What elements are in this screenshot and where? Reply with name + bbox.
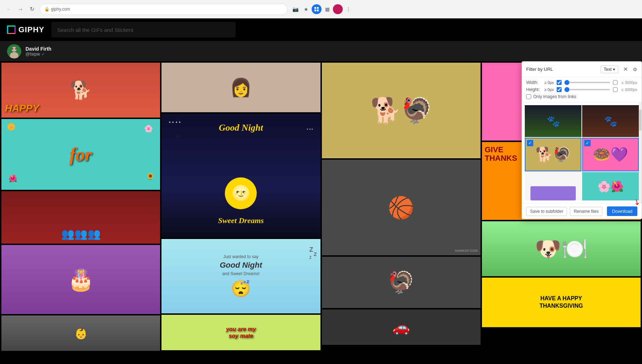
happy-text-overlay: HAPPY <box>5 103 39 114</box>
thumbnail-item-5[interactable] <box>525 172 581 200</box>
address-bar[interactable]: 🔒 giphy.com <box>40 4 288 15</box>
filter-controls: Width: ≥ 0px ≤ 3000px Height: ≥ 0px ≤ 30… <box>522 77 642 102</box>
extension-popup: Filter by URL Text ▾ ✕ ⚙ Width: ≥ 0px ≤ … <box>522 61 642 219</box>
browser-toolbar: 📷 ★ ▦ ⋮ <box>290 4 353 14</box>
david-firth-info: David Firth @fatpie ✓ <box>25 46 51 57</box>
gif-snoopy[interactable]: 🐶🍽️ <box>482 221 641 276</box>
popup-settings-button[interactable]: ⚙ <box>633 67 637 72</box>
svg-point-8 <box>15 48 17 50</box>
gif-you-soy[interactable]: you are mysoy mate <box>161 315 320 350</box>
gif-car[interactable]: 🚗 <box>322 309 481 345</box>
height-max-checkbox[interactable] <box>613 87 618 92</box>
thumbnail-item-2[interactable]: 🐾 <box>582 105 639 137</box>
thanksgiving-text: HAVE A HAPPYTHANKSGIVING <box>540 295 583 310</box>
sweet-dreams-text: Sweet Dreams <box>161 216 320 225</box>
svg-rect-3 <box>317 10 319 11</box>
width-max-checkbox[interactable] <box>613 80 618 85</box>
gif-turkey-roast[interactable]: 🦃 <box>322 257 481 308</box>
flower-decoration-1: 🌼 <box>7 123 16 131</box>
bookmark-button[interactable]: ★ <box>301 4 311 14</box>
menu-button[interactable]: ⋮ <box>343 4 353 14</box>
david-firth-avatar <box>7 44 21 58</box>
good-night-text: Good Night <box>161 123 320 133</box>
svg-rect-1 <box>317 7 319 9</box>
gif-happy-dog[interactable]: 🐕 HAPPY <box>1 63 160 118</box>
thumb-4-checkbox-icon: ✓ <box>584 140 591 146</box>
popup-title-text: Filter by URL <box>526 67 598 72</box>
gif-turkey-hat[interactable]: 🐕🦃 <box>322 63 481 158</box>
search-input[interactable] <box>51 22 235 38</box>
gif-fans[interactable]: 👥👥👥 <box>1 191 160 244</box>
screenshot-button[interactable]: 📷 <box>290 4 300 14</box>
gif-sleeping[interactable]: Just wanted to say Good Night and Sweet … <box>161 239 320 313</box>
flower-decoration-2: 🌸 <box>144 124 153 133</box>
only-images-label: Only images from links <box>533 94 576 99</box>
download-button[interactable]: Download <box>607 206 637 216</box>
rename-files-button[interactable]: Rename files <box>570 207 602 216</box>
height-min-value: ≥ 0px <box>544 87 554 92</box>
giphy-header: GIPHY <box>0 18 642 41</box>
david-firth-banner: David Firth @fatpie ✓ <box>0 41 642 61</box>
svg-rect-2 <box>314 10 316 11</box>
gif-woman[interactable]: 👩 <box>161 63 320 112</box>
david-firth-name: David Firth <box>25 46 51 52</box>
popup-scrollbar[interactable] <box>639 102 642 203</box>
thumb-3-checkbox-icon: ✓ <box>527 140 533 146</box>
browser-chrome: ← → ↻ 🔒 giphy.com 📷 ★ ▦ ⋮ <box>0 0 642 18</box>
filter-type-dropdown[interactable]: Text ▾ <box>601 66 618 73</box>
gif-hustle-player[interactable]: 🏀 HAWKSIT.COM <box>322 160 481 255</box>
gif-column-2: 👩 ✦ ✦ ✦ ✦ ✦ ✦ ✦ · · · · Good Night � <box>161 63 320 363</box>
popup-header: Filter by URL Text ▾ ✕ ⚙ <box>522 62 642 77</box>
extension-button[interactable] <box>312 4 322 14</box>
filter-type-value: Text <box>604 67 612 72</box>
gif-thanksgiving[interactable]: HAVE A HAPPYTHANKSGIVING <box>482 278 641 327</box>
you-soy-text: you are mysoy mate <box>226 326 256 339</box>
height-label: Height: <box>526 87 541 92</box>
flower-decoration-4: 🌻 <box>146 172 155 181</box>
gif-for-flowers[interactable]: for 🌼 🌸 🌺 🌻 <box>1 119 160 190</box>
url-text: giphy.com <box>51 7 70 12</box>
height-slider[interactable] <box>564 89 610 90</box>
height-min-checkbox[interactable] <box>557 87 561 92</box>
width-slider[interactable] <box>564 82 610 83</box>
thumbnail-item-1[interactable]: 🐾 <box>525 105 581 137</box>
main-content: 🐕 HAPPY for 🌼 🌸 🌺 🌻 <box>0 61 642 364</box>
popup-close-button[interactable]: ✕ <box>621 65 630 73</box>
gif-baby[interactable]: 👶 <box>1 315 160 351</box>
popup-actions: Save to subfolder Rename files Download <box>522 203 642 219</box>
thumbnail-item-3[interactable]: ✓ 🐕🦃 <box>525 138 581 171</box>
thumbnail-item-6[interactable]: 🌸🌺 <box>582 172 639 200</box>
chevron-down-icon: ▾ <box>613 67 615 72</box>
flower-decoration-3: 🌺 <box>8 174 17 183</box>
david-firth-handle: @fatpie ✓ <box>25 52 51 57</box>
save-subfolder-button[interactable]: Save to subfolder <box>526 207 567 216</box>
gif-good-night[interactable]: ✦ ✦ ✦ ✦ ✦ ✦ ✦ · · · · Good Night 🌝 Sweet… <box>161 114 320 238</box>
page: GIPHY David Firth @fatpie ✓ <box>0 18 642 364</box>
back-button[interactable]: ← <box>4 4 14 14</box>
gif-birthday-cake[interactable]: 🎂 <box>1 245 160 314</box>
width-filter-row: Width: ≥ 0px ≤ 3000px <box>526 80 637 85</box>
only-images-row: Only images from links <box>526 94 637 99</box>
thumbnail-item-4[interactable]: ✓ 🍩💜 <box>582 138 639 171</box>
gif-column-1: 🐕 HAPPY for 🌼 🌸 🌺 🌻 <box>1 63 160 363</box>
logo-square-icon <box>7 25 16 34</box>
only-images-checkbox[interactable] <box>526 94 531 99</box>
popup-scrollbar-thumb <box>639 109 641 131</box>
giphy-logo-text: GIPHY <box>18 25 44 34</box>
giphy-logo: GIPHY <box>7 25 44 34</box>
reload-button[interactable]: ↻ <box>27 4 37 14</box>
browser-nav-buttons: ← → ↻ <box>4 4 37 14</box>
sidebar-button[interactable]: ▦ <box>322 4 332 14</box>
for-text-overlay: for <box>69 144 92 165</box>
height-max-value: ≤ 3000px <box>620 87 637 92</box>
forward-button[interactable]: → <box>16 4 25 14</box>
height-filter-row: Height: ≥ 0px ≤ 3000px <box>526 87 637 92</box>
profile-button[interactable] <box>333 4 343 14</box>
lock-icon: 🔒 <box>44 7 50 12</box>
gif-column-3: 🐕🦃 🏀 HAWKSIT.COM 🦃 🚗 <box>322 63 481 363</box>
width-max-value: ≤ 3000px <box>620 80 637 85</box>
svg-rect-0 <box>314 7 316 9</box>
width-min-value: ≥ 0px <box>544 80 554 85</box>
width-min-checkbox[interactable] <box>557 80 561 85</box>
width-label: Width: <box>526 80 541 85</box>
